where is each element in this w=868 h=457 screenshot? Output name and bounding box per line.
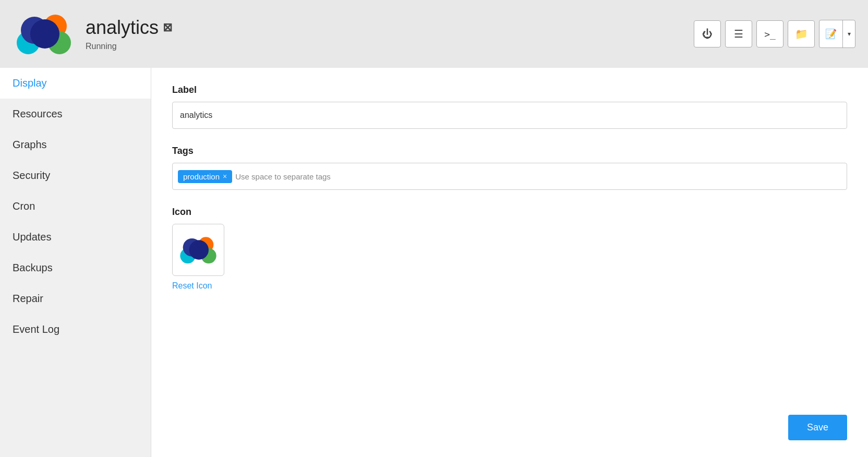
label-heading: Label (172, 85, 847, 95)
tags-heading: Tags (172, 146, 847, 157)
sidebar-item-resources[interactable]: Resources (0, 99, 151, 129)
sidebar-item-event-log[interactable]: Event Log (0, 314, 151, 345)
svg-point-4 (30, 19, 59, 49)
tags-placeholder: Use space to separate tags (235, 172, 331, 181)
sidebar-item-label: Graphs (13, 139, 47, 150)
svg-point-9 (189, 240, 209, 259)
icon-section: Icon Reset Icon (172, 207, 847, 291)
clipboard-icon: 📝 (825, 28, 837, 40)
sidebar-item-label: Repair (13, 293, 43, 304)
sidebar-item-display[interactable]: Display (0, 68, 151, 99)
menu-button[interactable]: ☰ (725, 20, 752, 47)
sidebar: Display Resources Graphs Security Cron U… (0, 68, 151, 457)
tags-section: Tags production × Use space to separate … (172, 146, 847, 190)
app-logo (13, 10, 75, 57)
sidebar-item-label: Display (13, 77, 47, 89)
sidebar-item-label: Backups (13, 262, 53, 273)
app-title: analytics ⊠ (86, 17, 683, 39)
sidebar-item-cron[interactable]: Cron (0, 191, 151, 222)
sidebar-item-repair[interactable]: Repair (0, 283, 151, 314)
clipboard-split-button: 📝 ▾ (819, 20, 855, 48)
sidebar-item-security[interactable]: Security (0, 160, 151, 191)
sidebar-item-label: Security (13, 170, 50, 181)
tags-input-container[interactable]: production × Use space to separate tags (172, 163, 847, 190)
sidebar-item-updates[interactable]: Updates (0, 222, 151, 252)
tag-remove-icon[interactable]: × (223, 173, 227, 180)
reset-icon-label: Reset Icon (172, 281, 212, 290)
terminal-icon: >_ (764, 29, 776, 40)
power-icon: ⏻ (702, 28, 713, 40)
header: analytics ⊠ Running ⏻ ☰ >_ 📁 📝 ▾ (0, 0, 868, 68)
label-section: Label (172, 85, 847, 129)
tag-production: production × (178, 170, 232, 183)
save-button[interactable]: Save (788, 415, 847, 440)
reset-icon-button[interactable]: Reset Icon (172, 281, 212, 291)
folder-icon: 📁 (795, 28, 808, 40)
icon-preview (172, 224, 224, 276)
icon-heading: Icon (172, 207, 847, 218)
menu-icon: ☰ (734, 28, 743, 40)
sidebar-item-label: Event Log (13, 323, 59, 335)
clipboard-button[interactable]: 📝 (819, 20, 842, 47)
save-button-container: Save (788, 415, 847, 440)
terminal-button[interactable]: >_ (756, 20, 783, 47)
save-label: Save (807, 422, 828, 432)
power-button[interactable]: ⏻ (694, 20, 721, 47)
content-area: Label Tags production × Use space to sep… (151, 68, 868, 457)
clipboard-dropdown-button[interactable]: ▾ (842, 20, 855, 47)
tag-label: production (183, 172, 220, 181)
sidebar-item-label: Updates (13, 231, 52, 243)
app-name-text: analytics (86, 17, 159, 39)
sidebar-item-label: Cron (13, 200, 35, 212)
app-status: Running (86, 42, 683, 51)
sidebar-item-label: Resources (13, 108, 63, 119)
sidebar-item-backups[interactable]: Backups (0, 252, 151, 283)
label-input[interactable] (172, 102, 847, 129)
external-link-icon[interactable]: ⊠ (163, 21, 172, 34)
sidebar-item-graphs[interactable]: Graphs (0, 129, 151, 160)
folder-button[interactable]: 📁 (788, 20, 815, 47)
chevron-down-icon: ▾ (848, 30, 851, 38)
header-actions: ⏻ ☰ >_ 📁 📝 ▾ (694, 20, 855, 48)
app-title-area: analytics ⊠ Running (86, 17, 683, 51)
main-layout: Display Resources Graphs Security Cron U… (0, 68, 868, 457)
